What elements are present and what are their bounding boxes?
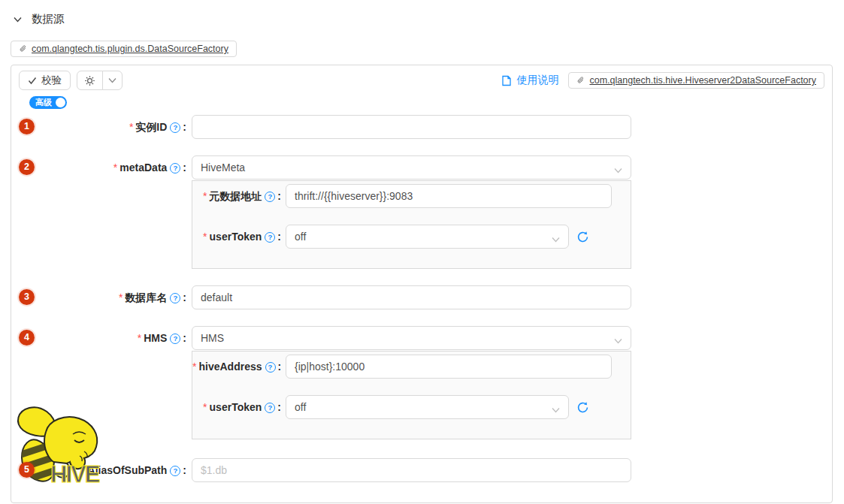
field-label: *hiveAddress?:: [192, 355, 281, 379]
advanced-toggle-label: 高级: [35, 97, 52, 108]
field-label-text: metaData: [119, 161, 167, 174]
check-icon: [28, 77, 37, 85]
chevron-down-icon: [552, 403, 560, 415]
field-label-text: 实例ID: [135, 121, 167, 133]
required-asterisk: *: [203, 231, 207, 243]
meta-address-input[interactable]: [286, 184, 612, 208]
label-colon: :: [183, 291, 186, 303]
gear-button[interactable]: [77, 71, 103, 90]
field-label-text: userToken: [210, 231, 262, 243]
advanced-toggle[interactable]: 高级: [29, 96, 67, 109]
validate-button[interactable]: 校验: [19, 71, 71, 90]
required-asterisk: *: [203, 190, 207, 202]
usertoken-select[interactable]: off: [286, 225, 569, 249]
alias-of-subpath-input[interactable]: [192, 458, 631, 482]
help-icon[interactable]: ?: [170, 293, 180, 303]
required-asterisk: *: [119, 291, 123, 303]
page: 数据源 com.qlangtech.tis.plugin.ds.DataSour…: [0, 0, 844, 503]
instance-id-input[interactable]: [192, 115, 631, 139]
form-row-metadata: 2 *metaData?: HiveMeta *元数据地址?:: [19, 155, 824, 269]
field-label: *数据库名?:: [39, 285, 186, 309]
metadata-select[interactable]: HiveMeta: [192, 155, 631, 180]
refresh-icon: [576, 401, 589, 414]
paperclip-icon: [19, 44, 28, 53]
dbname-input[interactable]: [192, 285, 631, 309]
help-icon[interactable]: ?: [170, 466, 180, 476]
section-title: 数据源: [32, 12, 65, 26]
field-label: *userToken?:: [192, 395, 281, 419]
field-number-badge: 5: [19, 462, 35, 478]
label-colon: :: [183, 332, 186, 344]
required-asterisk: *: [113, 161, 117, 174]
required-asterisk: *: [192, 361, 196, 373]
field-number-badge: 2: [19, 159, 35, 175]
field-number-badge: 3: [19, 289, 35, 305]
help-icon[interactable]: ?: [170, 163, 180, 174]
field-number-badge: 4: [19, 330, 35, 346]
sub-row-meta-address: *元数据地址?:: [192, 184, 622, 208]
chevron-down-icon: [614, 334, 622, 346]
field-label: *metaData?:: [39, 155, 186, 180]
form-row-hms: 4 *HMS?: HMS *hiveAddress?:: [19, 326, 824, 439]
chevron-down-icon: [614, 164, 622, 176]
usage-doc-link[interactable]: 使用说明: [501, 74, 558, 87]
help-icon[interactable]: ?: [265, 232, 275, 243]
impl-class-tag[interactable]: com.qlangtech.tis.hive.Hiveserver2DataSo…: [568, 72, 824, 89]
chevron-down-icon: [14, 17, 22, 23]
help-icon[interactable]: ?: [265, 192, 275, 202]
sub-row-hive-address: *hiveAddress?:: [192, 355, 622, 379]
settings-dropdown-button[interactable]: [102, 71, 123, 90]
sub-row-usertoken: *userToken?: off: [192, 225, 622, 249]
validate-button-label: 校验: [41, 74, 62, 87]
field-label-text: AliasOfSubPath: [88, 464, 168, 476]
settings-split-button: [77, 71, 123, 90]
refresh-button[interactable]: [576, 231, 589, 243]
hms-select-value: HMS: [201, 332, 224, 344]
label-colon: :: [183, 161, 186, 174]
field-label-text: HMS: [144, 332, 167, 344]
paperclip-icon: [576, 76, 585, 85]
field-label-text: 元数据地址: [209, 190, 262, 202]
field-number-badge: 1: [19, 119, 35, 134]
help-icon[interactable]: ?: [170, 122, 180, 133]
document-icon: [501, 75, 512, 86]
datasource-factory-tag[interactable]: com.qlangtech.tis.plugin.ds.DataSourceFa…: [11, 41, 237, 57]
datasource-factory-tag-label: com.qlangtech.tis.plugin.ds.DataSourceFa…: [32, 44, 228, 54]
impl-class-tag-label: com.qlangtech.tis.hive.Hiveserver2DataSo…: [589, 75, 816, 86]
usertoken-select[interactable]: off: [286, 395, 569, 419]
hms-select[interactable]: HMS: [192, 326, 631, 350]
required-asterisk: *: [203, 401, 207, 413]
label-colon: :: [277, 401, 281, 413]
refresh-button[interactable]: [576, 401, 589, 414]
form-row-alias-of-subpath: 5 AliasOfSubPath?:: [19, 458, 824, 482]
datasource-config-panel: 校验: [11, 65, 833, 503]
usertoken-select-value: off: [295, 231, 306, 243]
usertoken-select-value: off: [295, 401, 306, 413]
form-row-dbname: 3 *数据库名?:: [19, 285, 824, 309]
toggle-knob: [56, 98, 65, 107]
required-asterisk: *: [138, 332, 141, 344]
form-row-instance-id: 1 *实例ID?:: [19, 115, 824, 139]
section-header[interactable]: 数据源: [14, 12, 844, 26]
help-icon[interactable]: ?: [170, 333, 180, 344]
field-label-text: 数据库名: [125, 291, 167, 303]
hive-address-input[interactable]: [286, 355, 612, 379]
field-label: AliasOfSubPath?:: [39, 458, 186, 482]
metadata-sub-panel: *元数据地址?: *userToken?: off: [192, 180, 631, 269]
field-label-text: hiveAddress: [198, 361, 262, 373]
toolbar: 校验: [19, 71, 824, 90]
help-icon[interactable]: ?: [265, 403, 275, 413]
metadata-select-value: HiveMeta: [201, 161, 245, 174]
label-colon: :: [278, 361, 282, 373]
label-colon: :: [277, 190, 281, 202]
help-icon[interactable]: ?: [265, 362, 276, 373]
gear-icon: [84, 75, 95, 86]
required-asterisk: *: [129, 121, 133, 133]
label-colon: :: [183, 121, 186, 133]
chevron-down-icon: [108, 77, 116, 83]
usage-doc-link-label: 使用说明: [516, 74, 558, 87]
field-label: *元数据地址?:: [192, 184, 281, 208]
chevron-down-icon: [552, 233, 560, 245]
sub-row-usertoken: *userToken?: off: [192, 395, 622, 419]
field-label-text: userToken: [210, 401, 262, 413]
